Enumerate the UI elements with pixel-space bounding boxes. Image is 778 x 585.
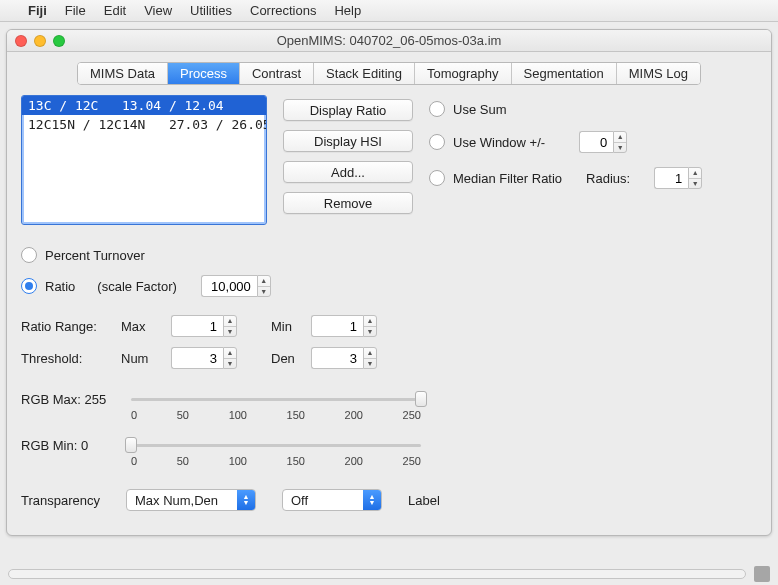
tick: 0	[131, 409, 137, 421]
chevron-up-icon[interactable]: ▲	[689, 168, 701, 179]
select-arrow-icon[interactable]: ▲▼	[237, 490, 255, 510]
menu-help[interactable]: Help	[334, 3, 361, 18]
slider-thumb[interactable]	[415, 391, 427, 407]
list-item[interactable]: 13C / 12C 13.04 / 12.04	[22, 96, 266, 115]
tick: 250	[403, 455, 421, 467]
median-filter-label: Median Filter Ratio	[453, 171, 562, 186]
window-spinner[interactable]: ▲▼	[579, 131, 627, 153]
transparency-state-select[interactable]: Off ▲▼	[282, 489, 382, 511]
chevron-up-icon[interactable]: ▲	[364, 316, 376, 327]
scale-factor-label: (scale Factor)	[97, 279, 176, 294]
den-input[interactable]	[311, 347, 363, 369]
remove-button[interactable]: Remove	[283, 192, 413, 214]
radius-value[interactable]	[654, 167, 688, 189]
radius-spinner[interactable]: ▲▼	[654, 167, 702, 189]
list-item[interactable]: 12C15N / 12C14N 27.03 / 26.05	[22, 115, 266, 134]
select-value: Max Num,Den	[127, 490, 237, 510]
use-window-radio[interactable]	[429, 134, 445, 150]
scale-factor-value[interactable]	[201, 275, 257, 297]
transparency-mode-select[interactable]: Max Num,Den ▲▼	[126, 489, 256, 511]
radius-label: Radius:	[586, 171, 630, 186]
median-filter-radio[interactable]	[429, 170, 445, 186]
progress-bar	[8, 569, 746, 579]
zoom-icon[interactable]	[53, 35, 65, 47]
tab-segmentation[interactable]: Segmentation	[512, 63, 617, 84]
den-label: Den	[271, 351, 311, 366]
label-text: Label	[408, 493, 440, 508]
tab-mims-log[interactable]: MIMS Log	[617, 63, 700, 84]
status-bar	[0, 563, 778, 585]
ratio-range-label: Ratio Range:	[21, 319, 121, 334]
display-ratio-button[interactable]: Display Ratio	[283, 99, 413, 121]
tick: 0	[131, 455, 137, 467]
tick: 150	[287, 455, 305, 467]
menu-file[interactable]: File	[65, 3, 86, 18]
num-input[interactable]	[171, 347, 223, 369]
threshold-label: Threshold:	[21, 351, 121, 366]
min-label: Min	[271, 319, 311, 334]
chevron-down-icon[interactable]: ▼	[364, 327, 376, 337]
chevron-up-icon[interactable]: ▲	[364, 348, 376, 359]
tab-process[interactable]: Process	[168, 63, 240, 84]
tick: 150	[287, 409, 305, 421]
percent-turnover-radio[interactable]	[21, 247, 37, 263]
menubar: Fiji File Edit View Utilities Correction…	[0, 0, 778, 22]
minimize-icon[interactable]	[34, 35, 46, 47]
tick: 200	[345, 455, 363, 467]
scale-factor-spinner[interactable]: ▲▼	[201, 275, 271, 297]
chevron-up-icon[interactable]: ▲	[224, 316, 236, 327]
tick: 250	[403, 409, 421, 421]
chevron-down-icon[interactable]: ▼	[614, 143, 626, 153]
chevron-up-icon[interactable]: ▲	[224, 348, 236, 359]
tick: 100	[229, 409, 247, 421]
window-value[interactable]	[579, 131, 613, 153]
menu-edit[interactable]: Edit	[104, 3, 126, 18]
tab-mims-data[interactable]: MIMS Data	[78, 63, 168, 84]
chevron-down-icon[interactable]: ▼	[364, 359, 376, 369]
max-input[interactable]	[171, 315, 223, 337]
slider-thumb[interactable]	[125, 437, 137, 453]
chevron-up-icon[interactable]: ▲	[614, 132, 626, 143]
select-arrow-icon[interactable]: ▲▼	[363, 490, 381, 510]
ratio-radio[interactable]	[21, 278, 37, 294]
display-hsi-button[interactable]: Display HSI	[283, 130, 413, 152]
tick: 100	[229, 455, 247, 467]
rgb-min-slider[interactable]	[131, 437, 421, 453]
ratio-listbox[interactable]: 13C / 12C 13.04 / 12.04 12C15N / 12C14N …	[21, 95, 267, 225]
rgb-max-value: 255	[85, 392, 107, 407]
chevron-down-icon[interactable]: ▼	[224, 359, 236, 369]
tab-contrast[interactable]: Contrast	[240, 63, 314, 84]
transparency-label: Transparency	[21, 493, 100, 508]
add-button[interactable]: Add...	[283, 161, 413, 183]
tick: 50	[177, 409, 189, 421]
rgb-max-slider[interactable]	[131, 391, 421, 407]
tick: 200	[345, 409, 363, 421]
use-sum-radio[interactable]	[429, 101, 445, 117]
titlebar: OpenMIMS: 040702_06-05mos-03a.im	[7, 30, 771, 52]
rgb-min-value: 0	[81, 438, 88, 453]
percent-turnover-label: Percent Turnover	[45, 248, 145, 263]
tab-stack-editing[interactable]: Stack Editing	[314, 63, 415, 84]
menu-utilities[interactable]: Utilities	[190, 3, 232, 18]
rgb-min-label: RGB Min:	[21, 438, 77, 453]
chevron-down-icon[interactable]: ▼	[224, 327, 236, 337]
menu-corrections[interactable]: Corrections	[250, 3, 316, 18]
rgb-max-label: RGB Max:	[21, 392, 81, 407]
chevron-down-icon[interactable]: ▼	[258, 287, 270, 297]
app-menu[interactable]: Fiji	[28, 3, 47, 18]
close-icon[interactable]	[15, 35, 27, 47]
chevron-down-icon[interactable]: ▼	[689, 179, 701, 189]
use-window-label: Use Window +/-	[453, 135, 545, 150]
tabs: MIMS Data Process Contrast Stack Editing…	[21, 62, 757, 85]
num-label: Num	[121, 351, 171, 366]
min-input[interactable]	[311, 315, 363, 337]
window: OpenMIMS: 040702_06-05mos-03a.im MIMS Da…	[6, 29, 772, 536]
select-value: Off	[283, 490, 363, 510]
tick: 50	[177, 455, 189, 467]
max-label: Max	[121, 319, 171, 334]
tab-tomography[interactable]: Tomography	[415, 63, 512, 84]
window-title: OpenMIMS: 040702_06-05mos-03a.im	[277, 33, 502, 48]
menu-view[interactable]: View	[144, 3, 172, 18]
use-sum-label: Use Sum	[453, 102, 506, 117]
chevron-up-icon[interactable]: ▲	[258, 276, 270, 287]
